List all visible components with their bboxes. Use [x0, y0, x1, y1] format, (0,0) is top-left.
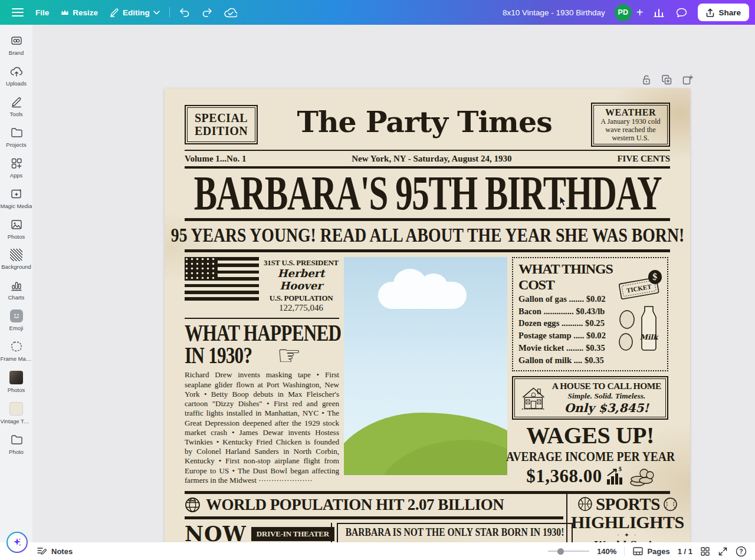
left-sidebar: Brand Uploads Tools Projects Apps Magic … [0, 25, 32, 560]
sidebar-label: Frame Maker [1, 355, 32, 362]
editing-mode-button[interactable]: Editing [104, 4, 166, 21]
sidebar-item-background[interactable]: Background [1, 246, 32, 272]
world-population-text: WORLD POPULATION HIT 2.07 BILLION [206, 496, 504, 514]
wages-title: WAGES UP! [512, 422, 668, 449]
masthead-title[interactable]: The Party Times [258, 99, 591, 145]
fullscreen-icon[interactable] [718, 546, 728, 556]
zoom-slider[interactable] [548, 551, 589, 552]
notes-button[interactable]: Notes [37, 546, 73, 556]
help-icon[interactable]: ? [736, 546, 747, 557]
what-happened-line1: WHAT HAPPENED [185, 322, 341, 344]
sidebar-item-tools[interactable]: Tools [1, 93, 32, 120]
magic-media-icon [10, 187, 23, 200]
sidebar-item-photos[interactable]: Photos [1, 216, 32, 242]
redo-button[interactable] [196, 4, 218, 21]
special-edition-line2: EDITION [195, 124, 248, 137]
grid-view-icon[interactable] [700, 546, 710, 556]
sidebar-item-vintage-texture[interactable]: Vintage Tex... [1, 400, 32, 427]
subheadline[interactable]: 95 YEARS YOUNG! READ ALL ABOUT THE YEAR … [185, 223, 670, 248]
main-menu-button[interactable] [6, 4, 29, 21]
special-edition-box[interactable]: SPECIALEDITION [185, 105, 258, 144]
wages-subtitle: AVERAGE INCOME PER YEAR [505, 449, 674, 464]
sidebar-item-frame-maker[interactable]: Frame Maker [1, 338, 32, 364]
add-page-icon [682, 74, 693, 85]
comment-bubble-icon [676, 8, 687, 18]
apps-icon [10, 157, 23, 170]
stars-title: BARBARA IS NOT THE ONLY STAR BORN IN 193… [345, 526, 564, 538]
cloud-illustration [378, 282, 467, 309]
cloud-save-button[interactable] [218, 4, 243, 21]
sports-title-line1: SPORTS [596, 495, 660, 513]
sidebar-item-magic-media[interactable]: Magic Media [1, 185, 32, 212]
emoji-icon [10, 309, 23, 322]
add-page-button[interactable] [681, 73, 694, 87]
sidebar-item-photo[interactable]: Photo [1, 431, 32, 457]
background-icon [10, 249, 22, 261]
what-happened-title[interactable]: WHAT HAPPENED IN 1930? ☞ [185, 322, 339, 367]
duplicate-page-button[interactable] [660, 73, 674, 87]
svg-text:$: $ [619, 466, 622, 472]
sidebar-label: Charts [8, 294, 25, 301]
share-button[interactable]: Share [698, 4, 749, 21]
canva-assistant-button[interactable] [6, 532, 28, 553]
what-happened-line2: IN 1930? [185, 344, 252, 367]
document-title[interactable]: 8x10 Vintage - 1930 Birthday [503, 8, 605, 17]
pencil-icon [110, 8, 119, 17]
zoom-slider-knob[interactable] [557, 548, 564, 555]
pages-button[interactable]: Pages [632, 546, 669, 556]
world-population-strip[interactable]: WORLD POPULATION HIT 2.07 BILLION [185, 494, 563, 519]
headline[interactable]: BARBARA'S 95TH BIRTHDAY [185, 170, 670, 218]
avatar[interactable]: PD [615, 4, 632, 21]
sparkle-icon [12, 538, 22, 547]
globe-icon [185, 497, 201, 513]
add-member-button[interactable]: + [632, 4, 648, 22]
photo-placeholder[interactable] [344, 257, 507, 475]
resize-label: Resize [73, 8, 98, 17]
population-value: 122,775,046 [263, 303, 339, 313]
ticket-illustration: TICKET [619, 278, 659, 299]
sidebar-label: Tools [9, 111, 22, 117]
weather-box[interactable]: WEATHER A January 1930 cold wave reached… [591, 103, 670, 147]
costs-box[interactable]: WHAT THINGS COST $ Gallon of gas .......… [512, 257, 668, 371]
lock-page-button[interactable] [640, 73, 653, 87]
president-block[interactable]: 31ST U.S. PRESIDENT Herbert Hoover U.S. … [185, 257, 339, 313]
sidebar-item-projects[interactable]: Projects [1, 124, 32, 150]
file-menu-label: File [35, 8, 49, 17]
file-menu-button[interactable]: File [29, 5, 55, 21]
pages-icon [632, 546, 644, 556]
design-page[interactable]: SPECIALEDITION The Party Times WEATHER A… [165, 88, 690, 560]
wages-block[interactable]: WAGES UP! AVERAGE INCOME PER YEAR $1,368… [512, 422, 668, 486]
undo-button[interactable] [173, 4, 196, 21]
sidebar-item-charts[interactable]: Charts [1, 276, 32, 303]
photos-thumbnail [9, 371, 23, 384]
sidebar-label: Vintage Tex... [1, 418, 32, 424]
zoom-level[interactable]: 140% [597, 547, 616, 556]
costs-illustrations: TICKET Milk [616, 278, 662, 354]
insights-button[interactable] [648, 4, 670, 21]
sidebar-item-photos-collection[interactable]: Photos [1, 368, 32, 396]
house-tagline: Simple. Solid. Timeless. [552, 391, 661, 401]
bar-chart-icon [654, 8, 664, 17]
lock-icon [641, 74, 652, 85]
dateline-row[interactable]: Volume 1...No. 1 New York, NY - Saturday… [185, 151, 670, 166]
house-title: A HOUSE TO CALL HOME [552, 381, 661, 391]
vintage-texture-thumbnail [9, 402, 23, 416]
sidebar-item-brand[interactable]: Brand [1, 32, 32, 58]
ornament: · ✦ · [571, 532, 684, 539]
frame-maker-icon [9, 340, 24, 353]
volume-label: Volume 1...No. 1 [185, 154, 246, 164]
sidebar-item-apps[interactable]: Apps [1, 154, 32, 181]
drive-in-badge: DRIVE-IN THEATER [251, 527, 334, 541]
house-box[interactable]: A HOUSE TO CALL HOME Simple. Solid. Time… [512, 376, 668, 420]
sidebar-label: Emoji [9, 325, 24, 331]
sidebar-item-uploads[interactable]: Uploads [1, 62, 32, 89]
resize-button[interactable]: Resize [55, 5, 104, 21]
status-bar: Notes 140% Pages 1 / 1 ? [0, 542, 755, 560]
sports-title-line2: HIGHLIGHTS [571, 513, 684, 532]
chevron-down-icon [153, 11, 160, 15]
special-edition-line1: SPECIAL [195, 111, 248, 124]
comments-button[interactable] [670, 4, 693, 21]
masthead: SPECIALEDITION The Party Times WEATHER A… [185, 99, 670, 150]
events-text[interactable]: Richard Drew invents masking tape • Firs… [185, 370, 339, 485]
sidebar-item-emoji[interactable]: Emoji [1, 307, 32, 334]
